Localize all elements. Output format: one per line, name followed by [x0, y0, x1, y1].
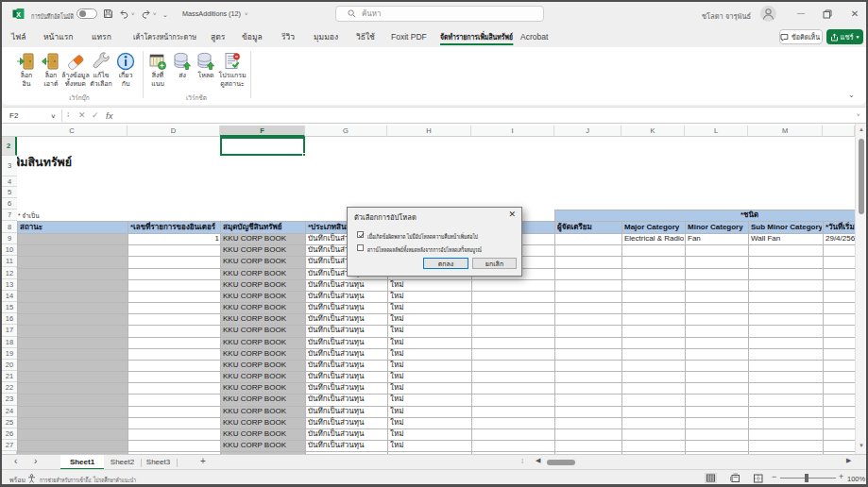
name-box[interactable]: F2 ˅ — [2, 108, 60, 123]
fill-handle[interactable] — [302, 153, 306, 157]
scroll-down-arrow[interactable]: ▼ — [859, 443, 864, 448]
column-headers[interactable]: CDFGHIJKLM — [2, 126, 855, 137]
minimize-button[interactable]: — — [794, 8, 808, 17]
zoom-out-button[interactable]: − — [772, 472, 776, 481]
ribbon-tab-Foxit PDF[interactable]: Foxit PDF — [391, 29, 427, 45]
sheet-nav-right-arrow[interactable]: › — [34, 456, 37, 466]
row-header-16[interactable]: 16 — [2, 313, 17, 325]
save-icon[interactable] — [103, 8, 113, 19]
ribbon-tab-Acrobat[interactable]: Acrobat — [520, 29, 548, 45]
dialog-checkbox-2[interactable] — [357, 244, 364, 251]
dialog-cancel-button[interactable]: ยกเลิก — [472, 258, 517, 269]
column-header-partial[interactable] — [823, 126, 855, 137]
comments-button[interactable]: ข้อคิดเห็น — [779, 29, 823, 44]
row-header-11[interactable]: 11 — [2, 256, 17, 267]
view-normal-icon[interactable] — [705, 473, 717, 483]
share-button[interactable]: แชร์ ▼ — [826, 29, 863, 44]
sheet-tab-Sheet2[interactable]: Sheet2 — [105, 455, 140, 470]
spreadsheet-grid[interactable]: CDFGHIJKLM *ชนิดพิ่มสินทรัพย์* จำเป็นสถา… — [2, 124, 855, 454]
new-sheet-button[interactable]: + — [200, 456, 206, 466]
row-header-14[interactable]: 14 — [2, 291, 17, 302]
formula-menu-dots-icon[interactable]: ⁞ — [67, 110, 69, 119]
column-header-I[interactable]: I — [471, 126, 554, 137]
scroll-up-arrow[interactable]: ▲ — [859, 126, 864, 132]
ribbon-tab-มุมมอง[interactable]: มุมมอง — [314, 29, 338, 45]
ribbon-button-โปรแกรมดูสถานะ[interactable]: โปรแกรมดูสถานะ — [212, 51, 253, 88]
row-header-9[interactable]: 9 — [2, 233, 17, 244]
undo-dropdown-caret[interactable]: ˅ — [131, 11, 135, 17]
row-header-20[interactable]: 20 — [2, 360, 17, 371]
row-header-4[interactable]: 4 — [2, 176, 17, 187]
column-header-J[interactable]: J — [554, 126, 621, 137]
confirm-entry-icon[interactable]: ✓ — [92, 110, 99, 120]
row-header-3[interactable]: 3 — [2, 156, 17, 176]
search-box[interactable]: ค้นหา — [335, 6, 544, 22]
view-page-break-icon[interactable] — [752, 473, 764, 483]
row-header-8[interactable]: 8 — [2, 221, 17, 233]
avatar[interactable] — [760, 6, 776, 22]
redo-icon[interactable] — [141, 8, 151, 19]
hscroll-right-arrow[interactable]: ▶ — [846, 457, 851, 464]
formula-input[interactable] — [121, 108, 848, 123]
document-title[interactable]: MassAdditions (12) — [182, 9, 241, 18]
row-header-24[interactable]: 24 — [2, 406, 17, 417]
vertical-scroll-thumb[interactable] — [859, 139, 864, 214]
ribbon-tab-แทรก[interactable]: แทรก — [92, 29, 111, 45]
ribbon-tab-หน้าแรก[interactable]: หน้าแรก — [43, 29, 73, 45]
row-header-22[interactable]: 22 — [2, 382, 17, 394]
sheet-tab-Sheet3[interactable]: Sheet3 — [141, 455, 176, 470]
row-header-2[interactable]: 2 — [2, 137, 17, 156]
row-header-5[interactable]: 5 — [2, 187, 17, 198]
dialog-close-icon[interactable]: ✕ — [508, 210, 516, 219]
column-header-F[interactable]: F — [220, 126, 305, 137]
ribbon-tab-รีวิว[interactable]: รีวิว — [281, 29, 295, 45]
row-header-25[interactable]: 25 — [2, 417, 17, 428]
row-header-27[interactable]: 27 — [2, 440, 17, 451]
row-header-17[interactable]: 17 — [2, 325, 17, 336]
ribbon-collapse-icon[interactable]: ⌄ — [848, 91, 855, 99]
zoom-slider-thumb[interactable] — [805, 474, 808, 482]
column-header-H[interactable]: H — [387, 126, 471, 137]
hscroll-left-arrow[interactable]: ◀ — [536, 457, 540, 464]
close-button[interactable]: ✕ — [848, 8, 861, 19]
tab-splitter-dots-icon[interactable]: ⁞ — [521, 457, 523, 465]
row-header-21[interactable]: 21 — [2, 371, 17, 382]
restore-button[interactable] — [823, 9, 832, 19]
column-header-K[interactable]: K — [621, 126, 685, 137]
ribbon-tab-เค้าโครงหน้ากระดาษ[interactable]: เค้าโครงหน้ากระดาษ — [133, 29, 196, 45]
ribbon-tab-จัดทำรายการเพิ่มสินทรัพย์[interactable]: จัดทำรายการเพิ่มสินทรัพย์ — [440, 29, 513, 45]
row-header-23[interactable]: 23 — [2, 394, 17, 405]
column-header-M[interactable]: M — [748, 126, 823, 137]
zoom-level[interactable]: 100% — [847, 475, 865, 483]
insert-function-icon[interactable]: fx — [106, 110, 112, 121]
undo-icon[interactable] — [119, 8, 129, 19]
cancel-entry-icon[interactable]: ✕ — [78, 110, 86, 120]
sheet-tab-Sheet1[interactable]: Sheet1 — [60, 455, 104, 470]
ribbon-tab-วิธีใช้[interactable]: วิธีใช้ — [356, 29, 375, 45]
row-header-6[interactable]: 6 — [2, 198, 17, 210]
name-box-caret[interactable]: ˅ — [51, 112, 56, 121]
row-header-7[interactable]: 7 — [2, 210, 17, 221]
ribbon-tab-ไฟล์[interactable]: ไฟล์ — [11, 29, 26, 45]
vertical-scrollbar[interactable]: ▲ ▼ — [855, 124, 866, 454]
ribbon-tab-ข้อมูล[interactable]: ข้อมูล — [242, 29, 263, 45]
row-header-18[interactable]: 18 — [2, 337, 17, 348]
view-page-layout-icon[interactable] — [729, 473, 741, 483]
dialog-ok-button[interactable]: ตกลง — [423, 258, 468, 269]
row-header-26[interactable]: 26 — [2, 428, 17, 440]
ribbon-tab-สูตร[interactable]: สูตร — [211, 29, 225, 45]
title-dropdown-caret[interactable]: ˅ — [245, 11, 248, 17]
row-header-10[interactable]: 10 — [2, 244, 17, 256]
row-header-13[interactable]: 13 — [2, 279, 17, 291]
redo-dropdown-caret[interactable]: ˅ — [153, 11, 157, 17]
row-header-12[interactable]: 12 — [2, 268, 17, 279]
dialog-checkbox-1[interactable] — [357, 231, 364, 238]
accessibility-status[interactable]: การช่วยสำหรับการเข้าถึง: โปรดศึกษาคำแนะน… — [40, 475, 136, 485]
sheet-nav-left-arrow[interactable]: ‹ — [14, 456, 17, 466]
horizontal-scroll-thumb[interactable] — [547, 460, 575, 465]
qat-customize-icon[interactable]: ⌄ — [162, 10, 168, 20]
column-header-L[interactable]: L — [685, 126, 748, 137]
formula-bar-expand-caret[interactable]: ˅ — [857, 112, 860, 118]
column-header-D[interactable]: D — [128, 126, 220, 137]
row-header-15[interactable]: 15 — [2, 302, 17, 313]
